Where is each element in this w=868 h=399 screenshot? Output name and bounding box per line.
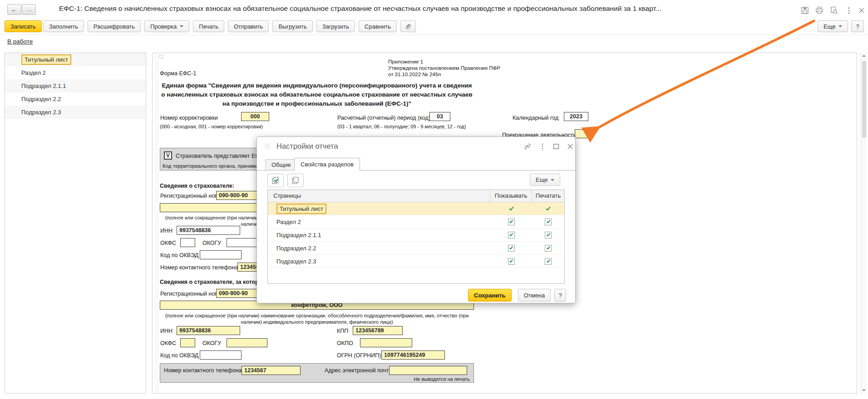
- inn1-label: ИНН: [160, 228, 173, 234]
- submit-checkbox[interactable]: V: [164, 151, 172, 160]
- print-button[interactable]: Печать: [193, 20, 224, 32]
- phone2-input[interactable]: 1234567: [242, 366, 301, 375]
- dialog-more-button[interactable]: Еще: [530, 174, 560, 186]
- okved2-label: Код по ОКВЭД: [160, 352, 198, 359]
- close-icon[interactable]: [857, 6, 866, 15]
- check-icon: [546, 219, 550, 224]
- favorite-star-icon[interactable]: ☆: [264, 141, 271, 151]
- scrollbar-thumb[interactable]: [862, 61, 866, 138]
- decode-button[interactable]: Расшифровать: [88, 20, 141, 32]
- sidebar-item-subsection-2-2[interactable]: Подраздел 2.2: [5, 92, 146, 106]
- vertical-scrollbar[interactable]: [861, 53, 867, 394]
- print-checkbox[interactable]: [532, 245, 564, 252]
- okfs1-input[interactable]: [180, 238, 195, 247]
- more-button[interactable]: Еще: [818, 20, 848, 32]
- table-row[interactable]: Титульный лист: [268, 202, 564, 215]
- form-title: Единая форма "Сведения для ведения индив…: [160, 81, 474, 108]
- okved2-input[interactable]: [200, 350, 242, 360]
- status-link[interactable]: В работе: [7, 38, 33, 45]
- okved1-input[interactable]: [200, 250, 242, 259]
- show-checkbox[interactable]: [490, 258, 532, 265]
- sidebar-item-title-page[interactable]: Титульный лист: [5, 53, 146, 66]
- print-checkbox[interactable]: [532, 258, 564, 265]
- inn1-input[interactable]: 9937548836: [177, 226, 240, 235]
- show-checkbox[interactable]: [490, 219, 532, 225]
- window-title: ЕФС-1: Сведения о начисленных страховых …: [59, 5, 785, 13]
- attach-button[interactable]: [400, 20, 416, 32]
- forward-icon: →: [25, 5, 32, 13]
- close-icon[interactable]: [566, 142, 574, 151]
- preview-icon[interactable]: [829, 6, 838, 15]
- back-icon: ←: [11, 5, 18, 13]
- menu-dots-icon[interactable]: [844, 6, 853, 15]
- email-input[interactable]: [389, 366, 467, 375]
- print-checkbox[interactable]: [532, 219, 564, 225]
- check-icon: [546, 205, 550, 210]
- submit-line1: Страхователь представляет ЕФС: [176, 153, 264, 159]
- check-icon: [509, 205, 513, 210]
- show-checkbox[interactable]: [490, 207, 532, 210]
- print-checkbox[interactable]: [532, 207, 564, 210]
- form-code: Форма ЕФС-1: [160, 70, 196, 77]
- termination-checkbox[interactable]: [575, 129, 588, 138]
- page-guide: [158, 53, 158, 394]
- tab-section-properties[interactable]: Свойства разделов: [294, 158, 360, 170]
- check-all-pages-icon: [271, 176, 280, 185]
- maximize-icon[interactable]: [552, 142, 560, 151]
- scroll-up-arrow[interactable]: [862, 55, 866, 57]
- column-show: Показывать: [490, 190, 532, 202]
- cancel-button[interactable]: Отмена: [518, 289, 551, 302]
- phone2-label: Номер контактного телефона: [164, 367, 242, 374]
- okfs2-input[interactable]: [180, 338, 195, 347]
- sidebar-item-subsection-2-3[interactable]: Подраздел 2.3: [5, 106, 146, 119]
- page-break-marker: [159, 55, 163, 58]
- table-row[interactable]: Подраздел 2.2: [268, 242, 564, 255]
- export-button[interactable]: Выгрузить: [272, 20, 312, 32]
- period-input[interactable]: 03: [429, 112, 450, 121]
- sidebar-item-section-2[interactable]: Раздел 2: [5, 66, 146, 79]
- menu-dots-icon[interactable]: [538, 142, 547, 151]
- show-checkbox[interactable]: [490, 232, 532, 238]
- year-label: Календарный год: [513, 115, 558, 121]
- write-button[interactable]: Записать: [5, 20, 42, 32]
- okogu2-input[interactable]: [227, 338, 267, 347]
- compare-button[interactable]: Сравнить: [359, 20, 397, 32]
- kpp-input[interactable]: 123456789: [353, 326, 403, 335]
- fill-button[interactable]: Заполнить: [43, 20, 84, 32]
- sidebar-item-subsection-2-1-1[interactable]: Подраздел 2.1.1: [5, 79, 146, 92]
- check-icon: [509, 246, 513, 250]
- print-checkbox[interactable]: [532, 232, 564, 238]
- copy-pages-button[interactable]: [287, 174, 304, 187]
- tab-general[interactable]: Общие: [265, 159, 297, 170]
- check-button[interactable]: Проверка: [144, 20, 189, 32]
- save-settings-button[interactable]: Сохранить: [468, 289, 512, 302]
- save-icon[interactable]: [800, 6, 809, 15]
- table-row[interactable]: Подраздел 2.1.1: [268, 229, 564, 242]
- pages-table: Страницы Показывать Печатать Титульный л…: [267, 190, 565, 284]
- check-all-pages-button[interactable]: [267, 174, 284, 187]
- print-icon[interactable]: [815, 6, 824, 15]
- link-icon[interactable]: [523, 142, 532, 151]
- inn2-input[interactable]: 9937548836: [177, 326, 240, 335]
- year-input[interactable]: 2023: [564, 112, 588, 121]
- forward-button[interactable]: →: [22, 4, 36, 15]
- back-button[interactable]: ←: [7, 4, 21, 15]
- scroll-down-arrow[interactable]: [862, 389, 866, 391]
- section1-heading: Сведения о страхователе:: [160, 183, 234, 189]
- import-button[interactable]: Загрузить: [316, 20, 355, 32]
- period-label: Расчетный (отчетный) период (код): [337, 115, 430, 121]
- correction-input[interactable]: 000: [241, 112, 269, 121]
- chevron-down-icon: [180, 25, 183, 29]
- send-button[interactable]: Отправить: [228, 20, 269, 32]
- dialog-help-button[interactable]: ?: [554, 289, 566, 302]
- table-row[interactable]: Подраздел 2.3: [268, 255, 564, 268]
- table-row[interactable]: Раздел 2: [268, 215, 564, 229]
- show-checkbox[interactable]: [490, 245, 532, 252]
- help-button[interactable]: ?: [851, 20, 864, 32]
- name-hint2: (полное или сокращенное (при наличии) на…: [160, 312, 474, 325]
- ogrn-input[interactable]: 1097746195249: [381, 350, 445, 360]
- okpo-input[interactable]: [360, 338, 412, 347]
- paperclip-icon: [403, 21, 414, 32]
- kpp-label: КПП: [337, 328, 348, 334]
- check-icon: [546, 259, 550, 263]
